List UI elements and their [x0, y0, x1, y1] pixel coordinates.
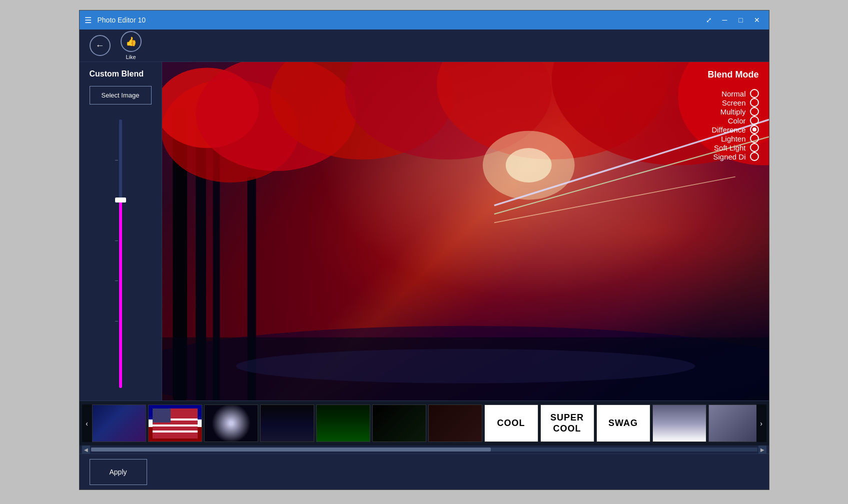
blend-option-screen[interactable]: Screen	[708, 98, 759, 107]
blend-option-normal[interactable]: Normal	[708, 89, 759, 98]
filmstrip-thumb-label	[709, 405, 756, 442]
main-content: Custom Blend Select Image	[80, 62, 769, 400]
filmstrip-arrow-right[interactable]: ›	[756, 404, 766, 442]
filmstrip-thumb-flag[interactable]	[148, 404, 202, 442]
radio-button	[750, 116, 759, 125]
back-button[interactable]: ←	[90, 35, 111, 56]
bottom-bar: Apply	[80, 454, 769, 490]
photo-overlay	[162, 62, 769, 400]
filmstrip-thumb-cool[interactable]: COOL	[484, 404, 538, 442]
blend-label: Multiply	[720, 108, 746, 116]
radio-button	[750, 143, 759, 152]
filmstrip-thumb-label: SUPER COOL	[541, 405, 594, 442]
svg-rect-25	[153, 430, 198, 432]
photo-background: Blend Mode NormalScreenMultiplyColorDiff…	[162, 62, 769, 400]
filmstrip-thumb-boxes[interactable]	[428, 404, 482, 442]
radio-inner	[752, 128, 756, 132]
svg-rect-26	[153, 432, 198, 438]
title-bar: ☰ Photo Editor 10 ⤢ ─ □ ✕	[80, 10, 769, 30]
close-button[interactable]: ✕	[750, 13, 764, 27]
filmstrip-thumb-super-cool[interactable]: SUPER COOL	[540, 404, 594, 442]
back-icon: ←	[90, 35, 111, 56]
scrollbar: ◀ ▶	[80, 446, 769, 454]
select-image-button[interactable]: Select Image	[90, 86, 152, 104]
app-window: ☰ Photo Editor 10 ⤢ ─ □ ✕ ← 👍 Like Custo…	[79, 10, 769, 490]
slider-thumb[interactable]	[115, 198, 126, 202]
filmstrip-arrow-left[interactable]: ‹	[82, 404, 92, 442]
scroll-right-arrow[interactable]: ▶	[758, 446, 766, 454]
filmstrip-thumb-green-forest[interactable]	[316, 404, 370, 442]
blend-label: Normal	[721, 90, 745, 98]
radio-button	[750, 89, 759, 98]
filmstrip-thumb-label	[373, 405, 426, 442]
like-icon: 👍	[121, 31, 142, 52]
resize-button[interactable]: ⤢	[702, 13, 716, 27]
blend-option-soft-light[interactable]: Soft Light	[708, 143, 759, 152]
blend-label: Difference	[711, 126, 745, 134]
blend-option-color[interactable]: Color	[708, 116, 759, 125]
filmstrip-thumb-swag[interactable]: SWAG	[596, 404, 650, 442]
filmstrip-thumb-night-lights[interactable]	[204, 404, 258, 442]
toolbar: ← 👍 Like	[80, 30, 769, 62]
radio-button	[750, 98, 759, 107]
filmstrip-thumb-clouds[interactable]	[652, 404, 706, 442]
filmstrip-scroll: COOLSUPER COOLSWAG	[92, 404, 756, 442]
scroll-thumb	[91, 448, 491, 452]
filmstrip-thumb-broken[interactable]	[708, 404, 756, 442]
window-controls: ⤢ ─ □ ✕	[702, 13, 764, 27]
radio-button	[750, 107, 759, 116]
radio-button	[750, 134, 759, 143]
filmstrip-thumb-label	[261, 405, 314, 442]
svg-rect-23	[153, 424, 198, 426]
svg-rect-24	[153, 426, 198, 430]
panel-title: Custom Blend	[90, 70, 152, 78]
app-title: Photo Editor 10	[98, 16, 702, 24]
blend-option-difference[interactable]: Difference	[708, 125, 759, 134]
like-button[interactable]: 👍 Like	[121, 31, 142, 60]
filmstrip: ‹ COOLSUPER COOLSWAG ›	[80, 400, 769, 446]
photo-canvas: Blend Mode NormalScreenMultiplyColorDiff…	[162, 62, 769, 400]
radio-button	[750, 125, 759, 134]
apply-button[interactable]: Apply	[90, 459, 147, 485]
minimize-button[interactable]: ─	[718, 13, 732, 27]
filmstrip-thumb-label	[317, 405, 370, 442]
filmstrip-thumb-label	[205, 405, 258, 442]
opacity-slider[interactable]	[115, 120, 127, 388]
radio-button	[750, 152, 759, 161]
blend-label: Lighten	[721, 134, 745, 143]
blend-label: Color	[728, 116, 746, 125]
blend-mode-panel: Blend Mode NormalScreenMultiplyColorDiff…	[708, 70, 759, 161]
filmstrip-thumb-label	[93, 405, 146, 442]
left-panel: Custom Blend Select Image	[80, 62, 162, 400]
filmstrip-thumb-label	[149, 405, 202, 442]
filmstrip-thumb-label	[429, 405, 482, 442]
scroll-left-arrow[interactable]: ◀	[82, 446, 90, 454]
filmstrip-thumb-neon-hands[interactable]	[372, 404, 426, 442]
blend-label: Screen	[722, 98, 746, 107]
slider-fill	[119, 200, 122, 388]
scroll-track[interactable]	[91, 448, 757, 452]
hamburger-icon[interactable]: ☰	[85, 16, 92, 25]
filmstrip-thumb-label	[653, 405, 706, 442]
filmstrip-thumb-label: COOL	[485, 405, 538, 442]
filmstrip-thumb-blue-flowers[interactable]	[92, 404, 146, 442]
maximize-button[interactable]: □	[734, 13, 748, 27]
slider-track	[119, 120, 122, 388]
blend-option-signed-di[interactable]: Signed Di	[708, 152, 759, 161]
blend-options: NormalScreenMultiplyColorDifferenceLight…	[708, 89, 759, 161]
blend-option-multiply[interactable]: Multiply	[708, 107, 759, 116]
opacity-slider-container	[90, 114, 152, 393]
blend-label: Signed Di	[713, 152, 745, 161]
filmstrip-thumb-label: SWAG	[597, 405, 650, 442]
blend-label: Soft Light	[714, 144, 745, 152]
blend-option-lighten[interactable]: Lighten	[708, 134, 759, 143]
like-label: Like	[126, 54, 136, 60]
svg-rect-27	[153, 408, 171, 422]
filmstrip-thumb-night-moon[interactable]	[260, 404, 314, 442]
blend-mode-title: Blend Mode	[708, 70, 759, 80]
